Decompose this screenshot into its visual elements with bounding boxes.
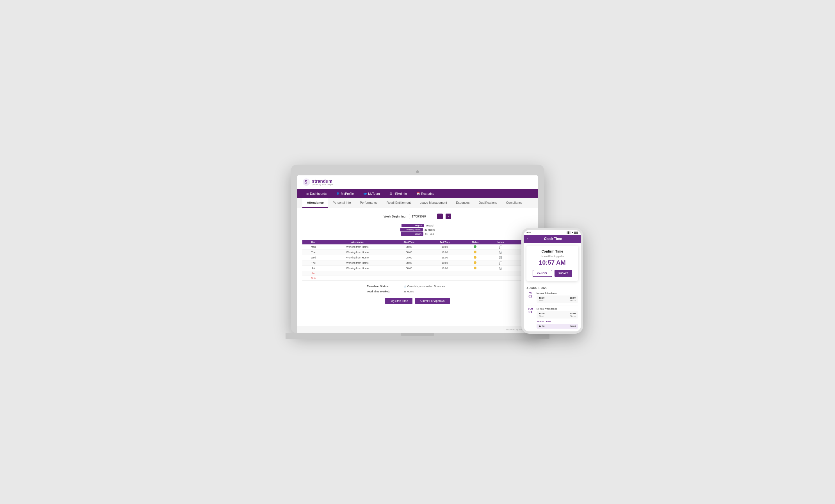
signal-icon: ▌▌▌ <box>567 232 571 233</box>
sub-nav-qualifications[interactable]: Qualifications <box>474 198 502 208</box>
calendar-month: AUGUST, 2020 <box>526 287 578 290</box>
timesheet-status-value: 📄 Complete, unsubmitted Timesheet. <box>404 284 446 289</box>
fri-start: 10:00 Start <box>539 297 544 302</box>
sun-day-label: SUN 01 <box>526 308 534 314</box>
row-status <box>462 255 488 260</box>
nav-label-myteam: MyTeam <box>368 192 380 195</box>
row-status <box>462 266 488 271</box>
week-beginning-label: Week Beginning: <box>384 215 407 218</box>
fri-start-label: Start <box>539 299 544 302</box>
sub-nav: Attendance Personal Info Performance Ret… <box>297 198 538 208</box>
col-status: Status <box>462 240 488 245</box>
nav-label-dashboards: Dashboards <box>310 192 327 195</box>
main-content: Week Beginning: ‹ › Region: Ireland Week… <box>297 208 538 326</box>
row-attendance <box>324 276 390 281</box>
sub-nav-retail-entitlement[interactable]: Retail Entitlement <box>382 198 415 208</box>
confirm-subtitle: Time will be logged at <box>530 255 574 258</box>
mobile-nav-bar: ‹ Clock Time <box>524 235 581 243</box>
sub-nav-attendance[interactable]: Attendance <box>302 198 328 208</box>
row-attendance: Working from Home <box>324 250 390 255</box>
col-notes: Notes <box>488 240 513 245</box>
log-start-time-button[interactable]: Log Start Time <box>385 298 412 304</box>
calendar-day-sun: SUN 01 Normal Attendance 10:00 Start 13:… <box>526 308 578 329</box>
laptop-base <box>286 333 549 339</box>
note-icon[interactable]: 💬 <box>499 261 502 265</box>
row-day: Fri <box>302 266 324 271</box>
status-indicator <box>474 261 476 264</box>
fri-day-num: 02 <box>528 294 532 298</box>
sub-nav-compliance[interactable]: Compliance <box>502 198 527 208</box>
row-notes[interactable]: 💬 <box>488 260 513 266</box>
logo-name: strandum <box>312 179 333 184</box>
submit-button[interactable]: SUBMIT <box>554 270 572 277</box>
sub-nav-performance[interactable]: Performance <box>355 198 382 208</box>
total-time-value: 35 Hours <box>404 289 414 294</box>
row-day: Thu <box>302 260 324 266</box>
laptop: S strandum powering your people ⊞ Dashbo… <box>291 165 544 333</box>
cancel-button[interactable]: CANCEL <box>533 270 552 277</box>
app-header: S strandum powering your people <box>297 175 538 189</box>
nav-item-hradmin[interactable]: 🏛 HRAdmin <box>386 189 411 198</box>
note-icon[interactable]: 💬 <box>499 251 502 254</box>
annual-leave-card: 14:00 18:00 <box>536 324 578 329</box>
row-notes[interactable]: 💬 <box>488 245 513 250</box>
confirm-title: Confirm Time <box>530 250 574 253</box>
status-indicator <box>474 251 476 253</box>
total-time-row: Total Time Worked: 35 Hours <box>367 289 468 294</box>
status-indicator <box>474 256 476 259</box>
nav-item-myteam[interactable]: 👥 MyTeam <box>359 189 384 198</box>
sun-start-time: 10:00 <box>539 312 544 315</box>
week-next-button[interactable]: › <box>446 213 451 219</box>
row-end-time: 16:00 <box>427 250 462 255</box>
row-attendance: Working from Home <box>324 260 390 266</box>
annual-leave-end: 18:00 <box>570 325 576 328</box>
note-icon[interactable]: 💬 <box>499 256 502 259</box>
row-status <box>462 271 488 276</box>
rostering-icon: 📅 <box>416 192 420 195</box>
row-start-time <box>390 276 427 281</box>
row-status <box>462 245 488 250</box>
wifi-icon: ▾ <box>572 232 573 234</box>
calendar-divider <box>526 306 578 306</box>
nav-item-myprofile[interactable]: 👤 MyProfile <box>332 189 358 198</box>
main-nav: ⊞ Dashboards 👤 MyProfile 👥 MyTeam 🏛 HRAd… <box>297 189 538 198</box>
row-attendance: Working from Home <box>324 266 390 271</box>
attendance-table: Day Attendance Start Time End Time Statu… <box>302 240 533 281</box>
row-start-time: 08:00 <box>390 255 427 260</box>
weekly-hours-value: 35 Hours <box>425 228 435 231</box>
row-notes[interactable]: 💬 <box>488 266 513 271</box>
weekly-hours-label: Weekly Hours: <box>400 228 423 232</box>
sub-nav-leave-management[interactable]: Leave Management <box>415 198 451 208</box>
status-section: Timesheet Status: 📄 Complete, unsubmitte… <box>302 284 533 294</box>
week-date-input[interactable] <box>409 214 434 219</box>
calendar-section: AUGUST, 2020 FRI 02 Normal Attendance 10… <box>524 284 581 329</box>
info-grid: Region: Ireland Weekly Hours: 35 Hours L… <box>302 224 533 236</box>
row-notes[interactable]: 💬 <box>488 250 513 255</box>
fri-end-time: 18:00 <box>570 297 576 299</box>
nav-item-dashboards[interactable]: ⊞ Dashboards <box>302 189 330 198</box>
status-indicator <box>474 245 476 248</box>
timesheet-status-row: Timesheet Status: 📄 Complete, unsubmitte… <box>367 284 468 289</box>
row-notes <box>488 276 513 281</box>
week-prev-button[interactable]: ‹ <box>437 213 443 219</box>
sub-nav-expenses[interactable]: Expenses <box>451 198 474 208</box>
mobile-screen-title: Clock Time <box>528 237 578 241</box>
submit-for-approval-button[interactable]: Submit For Approval <box>415 298 450 304</box>
note-icon[interactable]: 💬 <box>499 267 502 270</box>
mobile-device: 9:41 ▌▌▌ ▾ ▓▓▓ ‹ Clock Time Confirm Time… <box>522 228 583 334</box>
col-end-time: End Time <box>427 240 462 245</box>
fri-event-label: Normal Attendance <box>536 292 578 294</box>
note-icon[interactable]: 💬 <box>499 246 502 249</box>
dashboards-icon: ⊞ <box>306 192 309 195</box>
col-attendance: Attendance <box>324 240 390 245</box>
status-indicator <box>474 267 476 269</box>
laptop-camera <box>416 170 419 173</box>
sub-nav-personal-info[interactable]: Personal Info <box>328 198 355 208</box>
row-notes[interactable]: 💬 <box>488 255 513 260</box>
nav-item-rostering[interactable]: 📅 Rostering <box>412 189 438 198</box>
sun-end-label: Finish <box>570 315 576 317</box>
timesheet-status-label: Timesheet Status: <box>367 284 401 289</box>
mobile-status-bar: 9:41 ▌▌▌ ▾ ▓▓▓ <box>524 230 581 235</box>
nav-label-hradmin: HRAdmin <box>394 192 407 195</box>
row-end-time: 16:00 <box>427 255 462 260</box>
